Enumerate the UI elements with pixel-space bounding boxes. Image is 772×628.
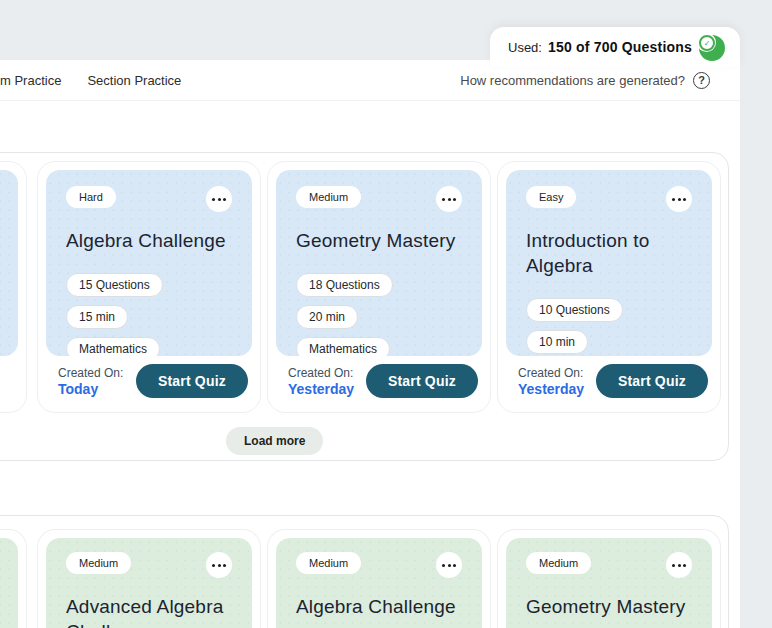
difficulty-badge: Medium [296, 186, 361, 208]
card-menu-button[interactable] [206, 552, 232, 578]
tab-exam-practice[interactable]: m Practice [0, 73, 61, 88]
quiz-card-algebra-challenge-2: Medium Algebra Challenge [267, 529, 491, 628]
quiz-card-panel: Medium Algebra Challenge [276, 538, 482, 628]
card-footer: Created On: Yesterday Start Quiz [268, 354, 490, 412]
quiz-card-introduction-to-algebra: Easy Introduction to Algebra 10 Question… [497, 161, 721, 413]
quiz-meta-chips: 15 Questions 15 min Mathematics [66, 273, 232, 356]
quiz-card-panel: Medium Geometry Mastery 18 Questions 20 … [276, 170, 482, 356]
questions-chip: 10 Questions [526, 298, 623, 322]
quiz-card-panel: Medium Geometry Mastery [506, 538, 712, 628]
difficulty-badge: Hard [66, 186, 116, 208]
quiz-meta-chips: 18 Questions 20 min Mathematics [296, 273, 462, 356]
created-on: Created On: Yesterday [518, 366, 584, 397]
card-menu-button[interactable] [436, 186, 462, 212]
recommendations-help-link[interactable]: How recommendations are generated? ? [460, 72, 710, 89]
usage-value: 150 of 700 Questions [548, 39, 692, 55]
usage-status-card: Used: 150 of 700 Questions ✓ [490, 27, 740, 67]
quiz-title: Introduction to Algebra [526, 228, 692, 278]
quiz-meta-chips: 10 Questions 10 min Mathematics [526, 298, 692, 356]
quiz-title: Advanced Algebra Challenge [66, 594, 232, 628]
created-on-value: Yesterday [518, 381, 584, 397]
card-footer: Created On: Today Start Quiz [38, 354, 260, 412]
quiz-dashboard-page: Used: 150 of 700 Questions ✓ m Practice … [0, 0, 772, 628]
duration-chip: 10 min [526, 330, 588, 354]
created-on-label: Created On: [58, 366, 123, 380]
previous-quizzes-section: Medium Advanced Algebra Challenge Medium… [0, 515, 729, 628]
difficulty-badge: Medium [66, 552, 131, 574]
start-quiz-button[interactable]: Start Quiz [366, 364, 478, 398]
quiz-card-panel: Easy Introduction to Algebra 10 Question… [506, 170, 712, 356]
duration-chip: 20 min [296, 305, 358, 329]
created-on-value: Yesterday [288, 381, 354, 397]
help-text: How recommendations are generated? [460, 73, 685, 88]
created-on: Created On: Today [58, 366, 123, 397]
quiz-card-panel: Medium Advanced Algebra Challenge [46, 538, 252, 628]
quiz-card-panel: Hard Algebra Challenge 15 Questions 15 m… [46, 170, 252, 356]
usage-label: Used: [508, 40, 542, 55]
quiz-card-advanced-algebra-challenge: Medium Advanced Algebra Challenge [37, 529, 261, 628]
questions-chip: 15 Questions [66, 273, 163, 297]
coin-progress-check-icon: ✓ [696, 32, 726, 62]
card-menu-button[interactable] [666, 552, 692, 578]
quiz-title: Algebra Challenge [296, 594, 462, 619]
quiz-title: Geometry Mastery [296, 228, 462, 253]
created-on: Created On: Yesterday [288, 366, 354, 397]
question-mark-icon: ? [693, 72, 710, 89]
created-on-value: Today [58, 381, 123, 397]
load-more-button[interactable]: Load more [226, 427, 323, 455]
created-on-label: Created On: [288, 366, 354, 380]
difficulty-badge: Medium [296, 552, 361, 574]
check-icon: ✓ [699, 35, 715, 51]
quiz-card-geometry-mastery-2: Medium Geometry Mastery [497, 529, 721, 628]
card-footer: Created On: Yesterday Start Quiz [498, 354, 720, 412]
recommended-quizzes-section: Hard Algebra Challenge 15 Questions 15 m… [0, 152, 729, 461]
card-menu-button[interactable] [206, 186, 232, 212]
quiz-card-partial [0, 529, 27, 628]
quiz-title: Geometry Mastery [526, 594, 692, 619]
questions-chip: 18 Questions [296, 273, 393, 297]
quiz-card-panel [0, 538, 18, 628]
difficulty-badge: Medium [526, 552, 591, 574]
tab-section-practice[interactable]: Section Practice [87, 73, 181, 88]
created-on-label: Created On: [518, 366, 584, 380]
quiz-card-partial [0, 161, 27, 413]
duration-chip: 15 min [66, 305, 128, 329]
card-menu-button[interactable] [666, 186, 692, 212]
quiz-title: Algebra Challenge [66, 228, 232, 253]
quiz-card-algebra-challenge: Hard Algebra Challenge 15 Questions 15 m… [37, 161, 261, 413]
difficulty-badge: Easy [526, 186, 576, 208]
start-quiz-button[interactable]: Start Quiz [136, 364, 248, 398]
card-menu-button[interactable] [436, 552, 462, 578]
start-quiz-button[interactable]: Start Quiz [596, 364, 708, 398]
quiz-card-panel [0, 170, 18, 356]
quiz-card-geometry-mastery: Medium Geometry Mastery 18 Questions 20 … [267, 161, 491, 413]
